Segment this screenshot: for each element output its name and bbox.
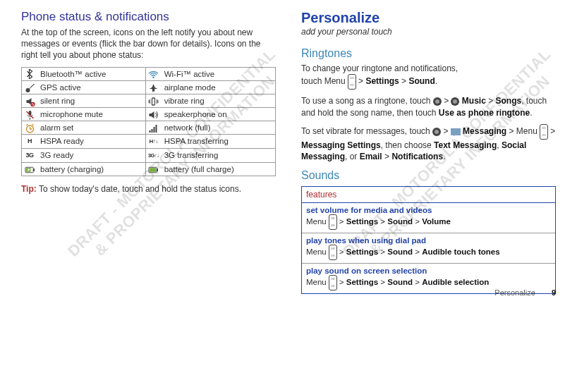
svg-rect-7 (152, 129, 153, 133)
cell-label: airplane mode (162, 80, 276, 94)
table-row: GPS active airplane mode (22, 80, 276, 94)
cell-label: 3G transferring (162, 148, 276, 162)
cell-label: Wi-Fi™ active (162, 67, 276, 80)
table-row: alarm set network (full) (22, 121, 276, 134)
feature-body: Menu ▫▫▫▫ > Settings > Sound > Volume (306, 214, 551, 230)
silent-icon (24, 96, 35, 106)
table-row: microphone mute speakerphone on (22, 107, 276, 121)
table-row: silent ring vibrate ring (22, 94, 276, 107)
svg-rect-6 (150, 130, 151, 133)
cell-label: speakerphone on (162, 107, 276, 121)
cell-label: Bluetooth™ active (37, 67, 145, 80)
alarm-icon (24, 123, 35, 133)
personalize-sub: add your personal touch (301, 26, 556, 37)
right-column: Personalize add your personal touch Ring… (301, 10, 556, 294)
cell-label: silent ring (37, 94, 145, 107)
ringtones-heading: Ringtones (301, 47, 556, 60)
wifi-icon (148, 69, 159, 79)
cell-label: GPS active (37, 80, 145, 94)
svg-rect-11 (33, 169, 35, 171)
tip-text: Tip: To show today's date, touch and hol… (21, 183, 276, 195)
launcher-icon (432, 128, 441, 136)
ring-para-1: To change your ringtone and notification… (301, 63, 556, 90)
status-heading: Phone status & notifications (21, 10, 276, 24)
cell-label: network (full) (162, 121, 276, 134)
music-icon (451, 97, 459, 106)
messaging-icon (451, 128, 461, 135)
airplane-icon (148, 82, 159, 92)
three-g-transfer-icon: 3G↑↓ (148, 151, 159, 161)
feature-body: Menu ▫▫▫▫ > Settings > Sound > Audible t… (306, 245, 551, 260)
page-footer: Personalize 9 (494, 288, 556, 297)
menu-icon: ▫▫▫▫ (329, 275, 337, 290)
speaker-icon (148, 109, 159, 119)
tip-body: To show today's date, touch and hold the… (37, 184, 241, 194)
bluetooth-icon (24, 69, 35, 79)
table-row: battery (charging) battery (full charge) (22, 162, 276, 176)
ring-para-3: To set vibrate for messages, touch > Mes… (301, 124, 556, 162)
cell-label: vibrate ring (162, 94, 276, 107)
three-g-icon: 3G (24, 150, 35, 160)
svg-rect-9 (156, 125, 157, 133)
cell-label: HSPA ready (37, 134, 145, 148)
page-number: 9 (552, 288, 556, 297)
status-table: Bluetooth™ active Wi-Fi™ active GPS acti… (21, 67, 276, 176)
svg-rect-3 (152, 98, 155, 105)
cell-label: HSPA transferring (162, 134, 276, 148)
ring-para-2: To use a song as a ringtone, touch > Mus… (301, 95, 556, 118)
feature-row: play tones when using dial pad Menu ▫▫▫▫… (302, 233, 555, 264)
left-column: Phone status & notifications At the top … (21, 10, 276, 294)
svg-rect-15 (150, 168, 156, 172)
features-table: features set volume for media and videos… (301, 186, 556, 294)
battery-charging-icon (24, 164, 35, 174)
hspa-transfer-icon: H↑↓ (148, 137, 159, 147)
menu-icon: ▫▫▫▫ (329, 214, 337, 230)
mic-mute-icon (24, 109, 35, 119)
cell-label: microphone mute (37, 107, 145, 121)
features-header: features (302, 187, 555, 203)
network-icon (148, 123, 159, 133)
feature-title: set volume for media and videos (306, 206, 551, 214)
feature-title: play sound on screen selection (306, 267, 551, 275)
cell-label: battery (full charge) (162, 162, 276, 176)
feature-row: set volume for media and videos Menu ▫▫▫… (302, 203, 555, 233)
table-row: 3G 3G ready 3G↑↓ 3G transferring (22, 148, 276, 162)
svg-rect-8 (154, 127, 155, 133)
cell-label: battery (charging) (37, 162, 145, 176)
menu-icon: ▫▫▫▫ (540, 124, 548, 140)
sounds-heading: Sounds (301, 169, 556, 182)
footer-section: Personalize (494, 288, 535, 297)
table-row: Bluetooth™ active Wi-Fi™ active (22, 67, 276, 80)
gps-icon (24, 82, 35, 92)
svg-point-0 (152, 76, 154, 78)
tip-label: Tip: (21, 184, 37, 194)
launcher-icon (433, 97, 442, 106)
vibrate-icon (148, 96, 159, 106)
cell-label: 3G ready (37, 148, 145, 162)
table-row: H HSPA ready H↑↓ HSPA transferring (22, 134, 276, 148)
hspa-icon: H (24, 136, 35, 146)
menu-icon: ▫▫▫▫ (348, 74, 356, 90)
menu-icon: ▫▫▫▫ (329, 245, 337, 260)
cell-label: alarm set (37, 121, 145, 134)
battery-full-icon (148, 164, 159, 174)
personalize-heading: Personalize (301, 10, 556, 26)
status-intro: At the top of the screen, icons on the l… (21, 27, 276, 61)
svg-rect-14 (157, 169, 158, 171)
feature-title: play tones when using dial pad (306, 236, 551, 245)
